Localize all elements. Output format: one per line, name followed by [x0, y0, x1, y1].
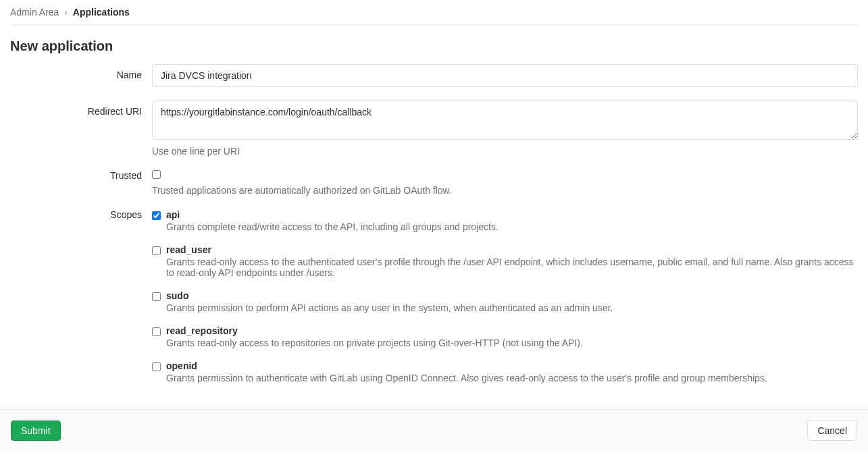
scope-api-desc: Grants complete read/write access to the…	[166, 221, 858, 232]
name-input[interactable]	[152, 64, 858, 87]
scope-api-label: api	[166, 209, 858, 220]
scope-read_repository-label: read_repository	[166, 325, 858, 336]
scope-read_repository-desc: Grants read-only access to repositories …	[166, 338, 858, 348]
scope-api: apiGrants complete read/write access to …	[152, 209, 858, 232]
scope-openid-label: openid	[166, 360, 858, 371]
breadcrumb: Admin Area › Applications	[10, 0, 858, 25]
scope-read_repository: read_repositoryGrants read-only access t…	[152, 325, 858, 348]
redirect-uri-label: Redirect URI	[10, 101, 152, 157]
scope-openid-checkbox[interactable]	[152, 362, 161, 371]
scope-sudo-checkbox[interactable]	[152, 292, 161, 301]
redirect-uri-help: Use one line per URI	[152, 146, 858, 157]
chevron-right-icon: ›	[64, 7, 68, 18]
scope-openid-desc: Grants permission to authenticate with G…	[166, 373, 858, 383]
breadcrumb-current: Applications	[73, 7, 130, 18]
redirect-uri-input[interactable]: https://yourgitlabinstance.com/login/oau…	[152, 101, 858, 140]
scope-read_repository-checkbox[interactable]	[152, 327, 161, 336]
scope-openid: openidGrants permission to authenticate …	[152, 360, 858, 383]
cancel-button[interactable]: Cancel	[807, 421, 857, 441]
actions-bar: Submit Cancel	[0, 409, 868, 452]
trusted-checkbox[interactable]	[152, 170, 161, 179]
scope-read_user: read_userGrants read-only access to the …	[152, 244, 858, 278]
scope-sudo: sudoGrants permission to perform API act…	[152, 290, 858, 313]
scopes-label: Scopes	[10, 209, 152, 396]
breadcrumb-parent[interactable]: Admin Area	[10, 7, 59, 18]
trusted-help: Trusted applications are automatically a…	[152, 185, 858, 196]
scope-read_user-checkbox[interactable]	[152, 246, 161, 255]
scope-sudo-desc: Grants permission to perform API actions…	[166, 302, 858, 313]
scope-read_user-desc: Grants read-only access to the authentic…	[166, 256, 858, 278]
submit-button[interactable]: Submit	[11, 421, 61, 441]
scope-api-checkbox[interactable]	[152, 211, 161, 220]
name-label: Name	[10, 64, 152, 87]
page-title: New application	[10, 38, 858, 54]
scope-read_user-label: read_user	[166, 244, 858, 255]
scope-sudo-label: sudo	[166, 290, 858, 301]
trusted-label: Trusted	[10, 170, 152, 196]
